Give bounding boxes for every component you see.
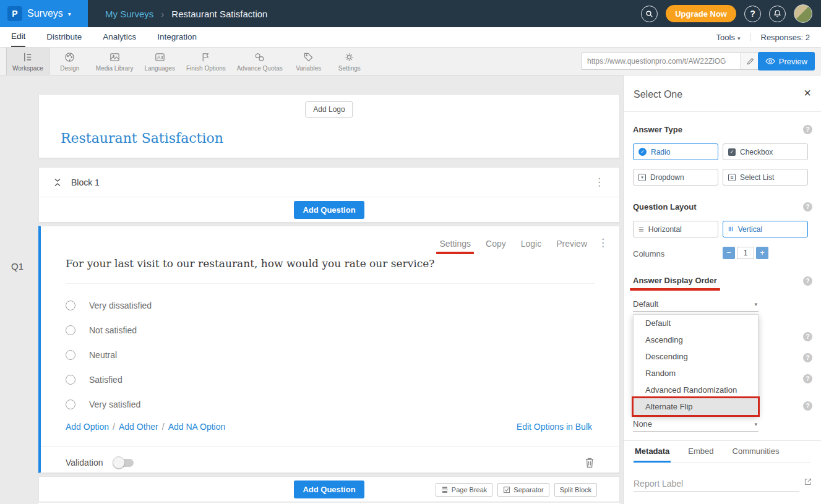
answer-type-dropdown[interactable]: Dropdown (633, 169, 718, 186)
add-na-option-link[interactable]: Add NA Option (168, 422, 226, 432)
page-break-button[interactable]: Page Break (436, 483, 492, 497)
toolbar-item-variables[interactable]: Variables (288, 48, 329, 75)
toolbar-item-advance-quotas[interactable]: Advance Quotas (231, 48, 288, 75)
help-icon[interactable] (803, 125, 812, 134)
answer-type-checkbox[interactable]: Checkbox (723, 143, 808, 160)
breadcrumb-my-surveys[interactable]: My Surveys (105, 9, 153, 19)
survey-url-input[interactable] (582, 53, 741, 70)
secondary-select[interactable]: None (633, 417, 759, 432)
list-box-icon (728, 174, 736, 181)
survey-title[interactable]: Restaurant Satisfaction (61, 130, 223, 146)
tab-edit[interactable]: Edit (11, 27, 25, 47)
help-icon[interactable] (803, 401, 812, 411)
menu-item-alternate-flip[interactable]: Alternate Flip (634, 398, 758, 415)
checkbox-icon (503, 486, 510, 493)
minus-icon[interactable] (723, 247, 735, 259)
radio-button-icon[interactable] (66, 375, 75, 385)
tab-analytics[interactable]: Analytics (103, 28, 136, 46)
validation-toggle[interactable] (114, 459, 134, 467)
answer-option-row: Very satisfied (66, 392, 152, 417)
option-label[interactable]: Satisfied (89, 375, 123, 385)
panel-title: Select One (634, 89, 682, 100)
search-button[interactable] (641, 6, 658, 22)
help-icon[interactable] (803, 332, 812, 341)
pencil-icon (746, 57, 755, 66)
radio-button-icon[interactable] (66, 325, 75, 335)
menu-item-advanced-randomization[interactable]: Advanced Randomization (634, 382, 758, 398)
layout-vertical[interactable]: Vertical (723, 221, 808, 237)
tab-integration[interactable]: Integration (157, 28, 197, 46)
radio-button-icon[interactable] (66, 301, 75, 310)
toolbar-item-media-library[interactable]: Media Library (90, 48, 139, 75)
report-label-input[interactable] (634, 476, 799, 492)
breadcrumb-current: Restaurant Satisfaction (171, 9, 267, 19)
question-tab-logic[interactable]: Logic (521, 239, 541, 249)
block-name[interactable]: Block 1 (71, 177, 100, 187)
tab-distribute[interactable]: Distribute (46, 28, 82, 46)
block-menu-icon[interactable] (594, 177, 604, 187)
layout-horizontal[interactable]: Horizontal (633, 221, 718, 237)
toolbar-item-languages[interactable]: A Languages (139, 48, 181, 75)
upgrade-now-button[interactable]: Upgrade Now (666, 5, 736, 22)
add-other-link[interactable]: Add Other (119, 422, 158, 432)
radio-button-icon[interactable] (66, 399, 75, 409)
option-label[interactable]: Neutral (89, 350, 117, 360)
split-block-button[interactable]: Split Block (554, 483, 597, 497)
panel-tab-embed[interactable]: Embed (687, 446, 715, 462)
preview-button[interactable]: Preview (758, 52, 815, 70)
answer-type-radio[interactable]: Radio (633, 143, 718, 160)
toolbar-item-finish-options[interactable]: Finish Options (181, 48, 231, 75)
toolbar-item-settings[interactable]: Settings (329, 48, 370, 75)
add-logo-button[interactable]: Add Logo (305, 101, 353, 117)
option-links-row: Add Option / Add Other / Add NA Option E… (66, 422, 592, 432)
block-header: Block 1 (39, 168, 619, 197)
help-icon[interactable] (803, 374, 812, 383)
divider (66, 283, 595, 284)
answer-type-select-list[interactable]: Select List (723, 169, 808, 186)
collapse-block-icon[interactable] (54, 177, 61, 187)
menu-item-ascending[interactable]: Ascending (634, 331, 758, 348)
breadcrumb-separator-icon: › (161, 9, 164, 19)
help-icon[interactable] (803, 276, 812, 286)
question-text[interactable]: For your last visit to our restaurant, h… (66, 257, 576, 270)
tools-menu[interactable]: Tools (716, 33, 741, 42)
panel-tab-metadata[interactable]: Metadata (634, 446, 671, 463)
help-button[interactable] (744, 6, 761, 22)
surveys-product-menu[interactable]: P Surveys (0, 0, 88, 27)
checkbox-check-icon (728, 148, 736, 156)
menu-item-default[interactable]: Default (634, 315, 758, 331)
menu-item-descending[interactable]: Descending (634, 348, 758, 365)
answer-display-order-select[interactable]: Default (633, 297, 759, 312)
external-link-icon[interactable] (804, 477, 812, 486)
add-question-button-bottom[interactable]: Add Question (294, 481, 364, 498)
separator-button[interactable]: Separator (497, 483, 549, 497)
question-tab-copy[interactable]: Copy (486, 239, 506, 249)
question-tab-preview[interactable]: Preview (556, 239, 587, 249)
panel-tab-communities[interactable]: Communities (731, 446, 781, 462)
option-label[interactable]: Very satisfied (89, 399, 140, 409)
question-menu-icon[interactable] (598, 237, 608, 248)
plus-icon[interactable] (756, 247, 768, 259)
help-icon[interactable] (803, 353, 812, 362)
toolbar-item-design[interactable]: Design (49, 48, 90, 75)
close-icon[interactable] (804, 87, 811, 99)
option-label[interactable]: Very dissatisfied (89, 301, 152, 310)
radio-button-icon[interactable] (66, 350, 75, 360)
add-question-button-top[interactable]: Add Question (294, 201, 364, 219)
edit-url-button[interactable] (741, 53, 760, 70)
notifications-button[interactable] (769, 6, 786, 22)
finish-flag-icon (200, 51, 212, 63)
avatar[interactable] (794, 4, 812, 23)
option-label[interactable]: Not satisfied (89, 325, 137, 335)
add-question-row: Add Question (39, 197, 619, 223)
delete-question-button[interactable] (585, 457, 595, 468)
toolbar-item-workspace[interactable]: Workspace (6, 48, 49, 75)
responses-link[interactable]: Responses: 2 (761, 33, 810, 42)
help-icon[interactable] (803, 202, 812, 211)
edit-options-in-bulk-link[interactable]: Edit Options in Bulk (517, 422, 592, 432)
columns-value-input[interactable] (737, 247, 754, 259)
add-option-link[interactable]: Add Option (66, 422, 109, 432)
question-tab-settings[interactable]: Settings (439, 239, 471, 249)
tag-icon (303, 51, 314, 63)
menu-item-random[interactable]: Random (634, 365, 758, 382)
